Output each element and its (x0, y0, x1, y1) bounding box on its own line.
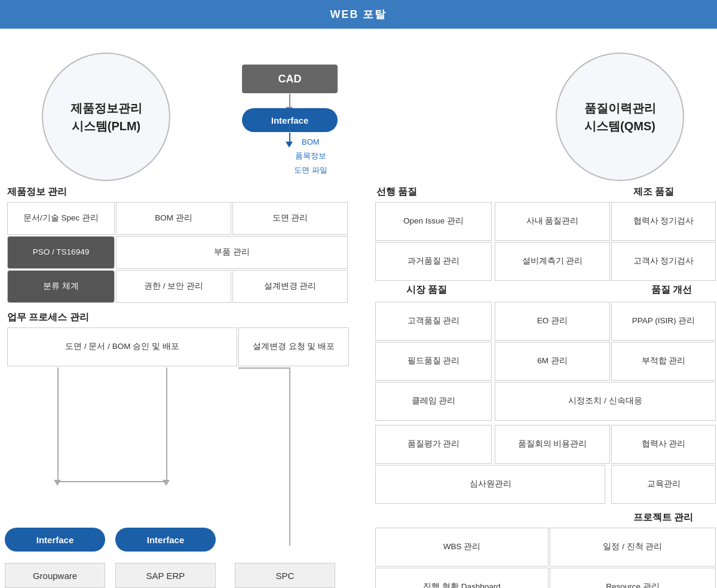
page-header: WEB 포탈 (0, 0, 717, 29)
cell-field-quality: 필드품질 관리 (375, 342, 492, 381)
cell-bom: BOM 관리 (116, 202, 231, 235)
cell-category: 분류 체계 (7, 270, 115, 303)
cell-wbs: WBS 관리 (375, 528, 549, 566)
cell-quality-meeting: 품질회의 비용관리 (495, 425, 610, 464)
plm-title: 제품정보관리 시스템(PLM) (71, 99, 142, 135)
section-product-info: 제품정보 관리 (7, 186, 67, 198)
cell-past-quality: 과거품질 관리 (375, 242, 492, 281)
arrow-cad-line (289, 94, 290, 108)
cell-resource: Resource 관리 (550, 568, 716, 588)
interface-bottom-left-button[interactable]: Interface (5, 528, 105, 552)
arrow-interface-head (286, 142, 293, 148)
interface-bottom-mid-button[interactable]: Interface (115, 528, 216, 552)
cell-spec: 문서/기술 Spec 관리 (7, 202, 115, 235)
cell-approval: 도면 / 문서 / BOM 승인 및 배포 (7, 327, 237, 366)
vline-mid (166, 368, 167, 482)
cell-internal-quality: 사내 품질관리 (495, 202, 610, 241)
cell-auth: 권한 / 보안 관리 (116, 270, 231, 303)
section-quality-improve: 품질 개선 (651, 284, 692, 296)
vline-spc (289, 368, 290, 546)
header-title: WEB 포탈 (330, 8, 387, 20)
cell-customer-quality: 고객품질 관리 (375, 302, 492, 341)
cell-design-change: 설계변경 관리 (232, 270, 348, 303)
cell-eo: EO 관리 (495, 302, 610, 341)
section-work-process: 업무 프로세스 관리 (7, 311, 89, 324)
qms-circle: 품질이력관리 시스템(QMS) (556, 53, 684, 181)
interface-top-button[interactable]: Interface (242, 108, 338, 132)
system-groupware: Groupware (5, 563, 105, 588)
cell-drawing: 도면 관리 (232, 202, 348, 235)
main-content: 제품정보관리 시스템(PLM) 품질이력관리 시스템(QMS) CAD Inte… (0, 29, 717, 588)
cell-customer-inspection: 고객사 정기검사 (611, 242, 716, 281)
system-spc: SPC (235, 563, 335, 588)
cell-schedule: 일정 / 진척 관리 (550, 528, 716, 566)
qms-title: 품질이력관리 시스템(QMS) (584, 99, 656, 135)
cell-quality-eval: 품질평가 관리 (375, 425, 492, 464)
cell-corrective: 시정조치 / 신속대응 (495, 382, 716, 421)
cell-design-req: 설계변경 요청 및 배포 (238, 327, 349, 366)
cad-box: CAD (242, 65, 338, 93)
cell-pso: PSO / TS16949 (7, 236, 115, 269)
system-sap-erp: SAP ERP (115, 563, 216, 588)
section-mfg-quality: 제조 품질 (633, 186, 674, 198)
cell-auditor: 심사원관리 (375, 465, 605, 504)
cell-open-issue: Open Issue 관리 (375, 202, 492, 241)
arrow-mid-down (163, 480, 170, 486)
arrow-interface-line (289, 133, 290, 142)
cell-nonconform: 부적합 관리 (611, 342, 716, 381)
plm-circle: 제품정보관리 시스템(PLM) (42, 53, 170, 181)
arrow-left-down (54, 480, 61, 486)
cell-partner-inspection: 협력사 정기검사 (611, 202, 716, 241)
cell-equipment: 설비계측기 관리 (495, 242, 610, 281)
section-pre-quality: 선행 품질 (376, 186, 417, 198)
hline-spc-h (238, 368, 290, 369)
cell-partner-mgmt: 협력사 관리 (611, 425, 716, 464)
cell-6m: 6M 관리 (495, 342, 610, 381)
cell-education: 교육관리 (611, 465, 716, 504)
cell-parts: 부품 관리 (116, 236, 348, 269)
section-project-mgmt: 프로젝트 관리 (633, 512, 693, 524)
cell-ppap: PPAP (ISIR) 관리 (611, 302, 716, 341)
cell-dashboard: 진행 현황 Dashboard (375, 568, 549, 588)
hline-bottom (57, 481, 167, 482)
section-market-quality: 시장 품질 (406, 284, 447, 296)
vline-left (57, 368, 59, 482)
cell-claim: 클레임 관리 (375, 382, 492, 421)
cad-links: BOM 품목정보 도면 파일 (294, 135, 327, 177)
